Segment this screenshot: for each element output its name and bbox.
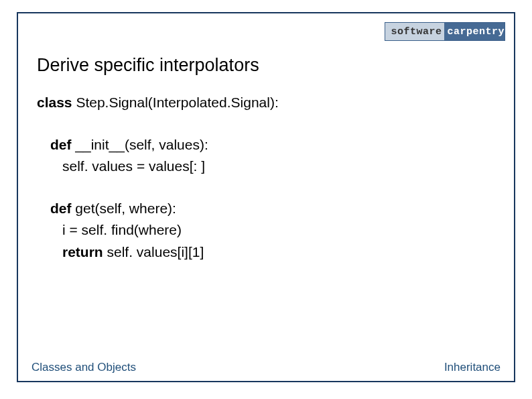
footer-left: Classes and Objects (31, 361, 136, 374)
code-block: class Step.Signal(Interpolated.Signal): … (37, 92, 495, 263)
def-keyword-2: def (50, 201, 72, 216)
slide-title: Derive specific interpolators (37, 55, 495, 76)
get-return: return self. values[i][1] (37, 241, 495, 264)
footer-right: Inheritance (444, 361, 501, 374)
slide-content: Derive specific interpolators class Step… (37, 55, 495, 263)
init-body: self. values = values[: ] (37, 156, 495, 178)
class-declaration: class Step.Signal(Interpolated.Signal): (37, 92, 495, 114)
logo-left-text: software (385, 23, 444, 40)
slide-frame: software carpentry Derive specific inter… (17, 12, 515, 382)
get-def: def get(self, where): (37, 198, 495, 220)
class-keyword: class (37, 95, 72, 110)
def-keyword: def (50, 137, 72, 152)
logo-right-text: carpentry (444, 23, 505, 40)
return-expr: self. values[i][1] (103, 244, 204, 260)
software-carpentry-logo: software carpentry (385, 22, 505, 41)
class-signature: Step.Signal(Interpolated.Signal): (72, 95, 279, 110)
init-signature: __init__(self, values): (72, 137, 208, 152)
get-signature: get(self, where): (72, 201, 176, 216)
init-def: def __init__(self, values): (37, 134, 495, 156)
return-keyword: return (62, 244, 103, 260)
get-body-line1: i = self. find(where) (37, 219, 495, 241)
